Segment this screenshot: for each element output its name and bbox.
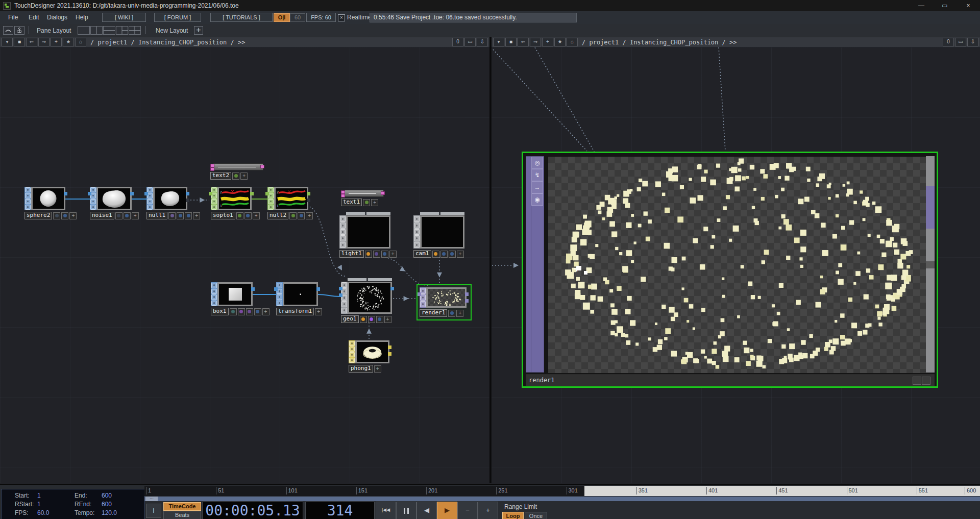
flag-cell[interactable] xyxy=(420,301,426,307)
bypass-flag-icon[interactable]: → xyxy=(531,181,543,193)
flag-chip[interactable] xyxy=(115,212,122,219)
input-connector[interactable] xyxy=(274,287,278,291)
flag-chip[interactable] xyxy=(254,308,261,315)
flag-cell[interactable] xyxy=(25,199,31,204)
output-connector[interactable] xyxy=(186,199,189,202)
flag-chip[interactable] xyxy=(363,199,370,206)
pane-left-block-button[interactable]: ■ xyxy=(14,38,25,46)
independent-time-button[interactable]: I xyxy=(146,504,161,518)
node-cam1[interactable]: cam1+ xyxy=(413,212,464,257)
flag-chip[interactable] xyxy=(230,308,237,315)
input-connector[interactable] xyxy=(144,192,148,195)
flag-cell[interactable] xyxy=(349,347,355,352)
node-flag-strip[interactable] xyxy=(420,287,426,308)
add-flag-chip[interactable]: + xyxy=(371,199,378,206)
layout-button-split-vertical[interactable] xyxy=(90,26,103,35)
node-label[interactable]: geo1 xyxy=(341,315,359,323)
add-flag-chip[interactable]: + xyxy=(306,212,313,219)
viewer-canvas[interactable]: + xyxy=(547,156,926,373)
layout-button-split-horizontal[interactable] xyxy=(103,26,115,35)
flag-cell[interactable] xyxy=(25,205,31,210)
flag-chip[interactable] xyxy=(449,251,456,258)
node-flag-strip[interactable] xyxy=(90,187,96,210)
flag-cell[interactable] xyxy=(277,294,282,300)
node-flag-strip[interactable] xyxy=(146,187,153,210)
node-label[interactable]: transform1 xyxy=(276,308,314,315)
add-flag-chip[interactable]: + xyxy=(262,308,270,315)
plus-button[interactable]: + xyxy=(478,502,498,519)
menu-item-help[interactable]: Help xyxy=(76,14,88,21)
node-label[interactable]: render1 xyxy=(420,309,447,317)
add-flag-chip[interactable]: + xyxy=(389,251,397,258)
flag-cell[interactable] xyxy=(268,205,274,210)
node-phong1[interactable]: phong1+ xyxy=(349,340,389,372)
output-connector[interactable] xyxy=(64,192,67,195)
flag-chip[interactable] xyxy=(61,212,68,219)
node-label[interactable]: null2 xyxy=(267,212,288,219)
flag-chip[interactable] xyxy=(124,212,131,219)
flag-chip[interactable] xyxy=(448,310,455,317)
pane-left-dropdown-button[interactable]: ▾ xyxy=(2,38,13,46)
viewer-flag-icon[interactable]: ◎ xyxy=(531,157,543,169)
flag-cell[interactable] xyxy=(414,242,420,248)
pane-left-forward-button[interactable]: ⇒ xyxy=(38,38,50,46)
flag-chip[interactable] xyxy=(289,212,297,219)
pane-right-home-button[interactable]: ⌂ xyxy=(567,38,578,46)
viewer-scroll-strip[interactable] xyxy=(926,156,935,373)
node-label[interactable]: sphere2 xyxy=(24,212,52,219)
pane-right-block-button[interactable]: ■ xyxy=(505,38,517,46)
node-flag-strip[interactable] xyxy=(413,215,420,249)
cook-flag-icon[interactable]: ↯ xyxy=(531,169,543,181)
output-connector[interactable] xyxy=(316,287,320,291)
timeline-range-bar[interactable]: ··· xyxy=(144,497,980,501)
node-label[interactable]: text2 xyxy=(210,172,231,180)
node-flag-strip[interactable] xyxy=(339,215,346,249)
flag-cell[interactable] xyxy=(90,199,96,204)
flag-cell[interactable] xyxy=(277,301,282,306)
node-flag-strip[interactable] xyxy=(349,340,355,363)
flag-chip[interactable] xyxy=(360,316,367,323)
flag-chip[interactable] xyxy=(376,316,383,323)
menu-item-dialogs[interactable]: Dialogs xyxy=(47,14,67,21)
pane-right-expand-button[interactable]: ⇩ xyxy=(967,38,978,46)
range-handle[interactable]: ··· xyxy=(145,497,158,501)
render1-viewer-node[interactable]: ◎↯→◉+render1 xyxy=(522,152,938,388)
minimize-button[interactable]: — xyxy=(910,0,933,11)
flag-cell[interactable] xyxy=(268,199,274,204)
input-connector[interactable] xyxy=(339,293,342,297)
node-label[interactable]: box1 xyxy=(211,308,229,315)
pane-right-path[interactable]: / project1 / Instancing_CHOP_position / … xyxy=(582,39,737,46)
node-light1[interactable]: light1+ xyxy=(339,212,390,257)
loop-button[interactable]: Loop xyxy=(502,512,524,519)
beats-mode-button[interactable]: Beats xyxy=(163,511,201,519)
midi-oi-toggle[interactable]: O|I xyxy=(274,13,290,22)
flag-cell[interactable] xyxy=(341,308,347,313)
output-connector[interactable] xyxy=(465,299,469,303)
node-null2[interactable]: 21null2+ xyxy=(267,187,308,218)
node-label[interactable]: null1 xyxy=(146,212,167,219)
flag-cell[interactable] xyxy=(341,301,347,307)
flag-cell[interactable] xyxy=(211,301,217,306)
menu-item-edit[interactable]: Edit xyxy=(29,14,39,21)
flag-cell[interactable] xyxy=(211,294,217,300)
add-flag-chip[interactable]: + xyxy=(193,212,200,219)
flag-cell[interactable] xyxy=(340,216,346,222)
timecode-mode-button[interactable]: TimeCode xyxy=(163,502,201,511)
new-layout-add-button[interactable]: + xyxy=(194,26,203,35)
node-label[interactable]: sopto1 xyxy=(211,212,235,219)
flag-cell[interactable] xyxy=(340,235,346,241)
play-forward-button[interactable]: ▶ xyxy=(437,502,457,519)
flag-chip[interactable] xyxy=(232,172,239,180)
flag-cell[interactable] xyxy=(340,229,346,235)
flag-cell[interactable] xyxy=(211,199,217,204)
add-flag-chip[interactable]: + xyxy=(132,212,139,219)
flag-cell[interactable] xyxy=(414,216,420,222)
output-connector[interactable] xyxy=(307,192,310,195)
flag-cell[interactable] xyxy=(147,199,153,204)
flag-cell[interactable] xyxy=(340,242,346,248)
lock-flag-icon[interactable]: ◉ xyxy=(531,193,543,206)
flag-cell[interactable] xyxy=(414,223,420,229)
fps-display[interactable]: FPS: 60 xyxy=(306,13,336,22)
timeline-ruler[interactable]: 151101151201251301351401451501551600 xyxy=(144,486,980,496)
flag-cell[interactable] xyxy=(90,205,96,210)
